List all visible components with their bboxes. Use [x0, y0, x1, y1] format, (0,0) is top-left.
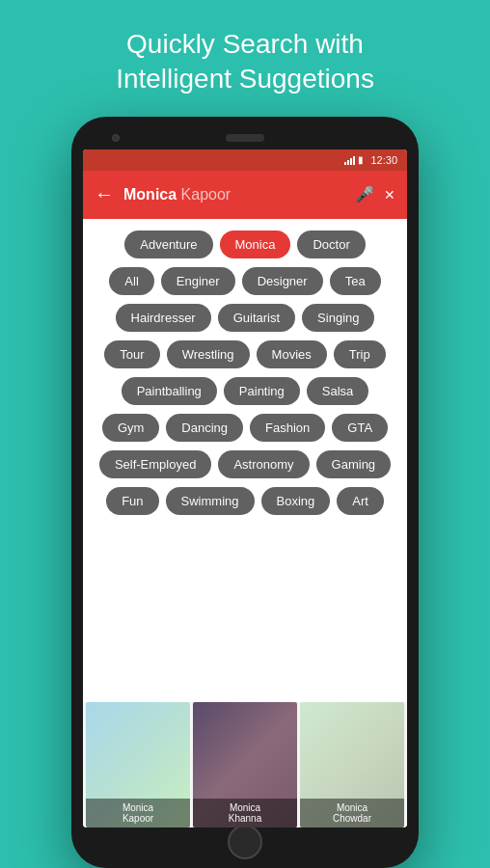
tag-row: HairdresserGuitaristSinging	[93, 304, 397, 332]
signal-icon	[344, 155, 355, 165]
tag-doctor[interactable]: Doctor	[297, 231, 365, 258]
tag-row: GymDancingFashionGTA	[93, 414, 397, 442]
phone-bottom	[83, 827, 407, 856]
tag-singing[interactable]: Singing	[302, 304, 374, 332]
phone-screen: ▮ 12:30 ← Monica Kapoor 🎤 ✕ AdventureMon…	[83, 149, 407, 827]
phone-top-bar	[83, 128, 407, 149]
tag-designer[interactable]: Designer	[242, 267, 323, 295]
tag-all[interactable]: All	[109, 267, 153, 295]
tag-row: AllEnginerDesignerTea	[93, 267, 397, 295]
tag-gym[interactable]: Gym	[102, 414, 159, 442]
result-name-1: MonicaKapoor	[86, 799, 190, 827]
tag-row: AdventureMonicaDoctor	[93, 231, 397, 258]
search-action-icons: 🎤 ✕	[355, 185, 395, 203]
tag-row: PaintballingPaintingSalsa	[93, 377, 397, 405]
search-input[interactable]: Monica Kapoor	[123, 186, 345, 203]
battery-icon: ▮	[358, 154, 364, 165]
tag-dancing[interactable]: Dancing	[166, 414, 243, 442]
tag-swimming[interactable]: Swimming	[166, 487, 255, 515]
search-bar[interactable]: ← Monica Kapoor 🎤 ✕	[83, 171, 407, 219]
tag-astronomy[interactable]: Astronomy	[218, 450, 309, 478]
result-card-1[interactable]: MonicaKapoor	[86, 702, 190, 827]
tag-movies[interactable]: Movies	[257, 340, 327, 368]
phone-container: ▮ 12:30 ← Monica Kapoor 🎤 ✕ AdventureMon…	[71, 117, 419, 868]
tag-art[interactable]: Art	[337, 487, 384, 515]
tag-salsa[interactable]: Salsa	[307, 377, 369, 405]
tag-painting[interactable]: Painting	[224, 377, 300, 405]
header-text: Quickly Search with Intelligent Suggetio…	[87, 0, 403, 117]
tag-row: Self-EmployedAstronomyGaming	[93, 450, 397, 478]
tag-tour[interactable]: Tour	[104, 340, 159, 368]
search-query-dim: Kapoor	[177, 186, 231, 203]
search-query-bold: Monica	[123, 186, 177, 203]
result-name-3: MonicaChowdar	[300, 799, 404, 827]
phone-camera	[112, 134, 120, 142]
tag-adventure[interactable]: Adventure	[124, 231, 212, 258]
tag-gta[interactable]: GTA	[332, 414, 388, 442]
tag-tea[interactable]: Tea	[330, 267, 381, 295]
tag-enginer[interactable]: Enginer	[161, 267, 235, 295]
result-name-2: MonicaKhanna	[193, 799, 297, 827]
header-line2: Intelligent Suggetions	[116, 64, 374, 94]
home-button[interactable]	[228, 825, 262, 859]
tag-monica[interactable]: Monica	[220, 231, 291, 258]
tag-paintballing[interactable]: Paintballing	[122, 377, 217, 405]
tag-hairdresser[interactable]: Hairdresser	[116, 304, 211, 332]
tag-self-employed[interactable]: Self-Employed	[99, 450, 212, 478]
tag-gaming[interactable]: Gaming	[316, 450, 392, 478]
tag-boxing[interactable]: Boxing	[261, 487, 331, 515]
tags-area: AdventureMonicaDoctorAllEnginerDesignerT…	[83, 219, 407, 702]
tag-guitarist[interactable]: Guitarist	[218, 304, 295, 332]
search-text: Monica Kapoor	[123, 186, 231, 203]
header-line1: Quickly Search with	[126, 29, 364, 59]
result-card-2[interactable]: MonicaKhanna	[193, 702, 297, 827]
status-time: 12:30	[370, 154, 397, 166]
back-button[interactable]: ←	[95, 183, 114, 205]
status-bar: ▮ 12:30	[83, 149, 407, 171]
tag-trip[interactable]: Trip	[334, 340, 386, 368]
status-icons: ▮ 12:30	[344, 154, 397, 166]
tag-wrestling[interactable]: Wrestling	[167, 340, 250, 368]
results-strip: MonicaKapoor MonicaKhanna MonicaChowdar	[83, 702, 407, 827]
tag-row: FunSwimmingBoxingArt	[93, 487, 397, 515]
result-card-3[interactable]: MonicaChowdar	[300, 702, 404, 827]
tag-row: TourWrestlingMoviesTrip	[93, 340, 397, 368]
tag-fun[interactable]: Fun	[106, 487, 158, 515]
tag-fashion[interactable]: Fashion	[250, 414, 325, 442]
close-icon[interactable]: ✕	[384, 187, 395, 203]
mic-icon[interactable]: 🎤	[355, 185, 374, 203]
phone-speaker	[226, 134, 264, 142]
